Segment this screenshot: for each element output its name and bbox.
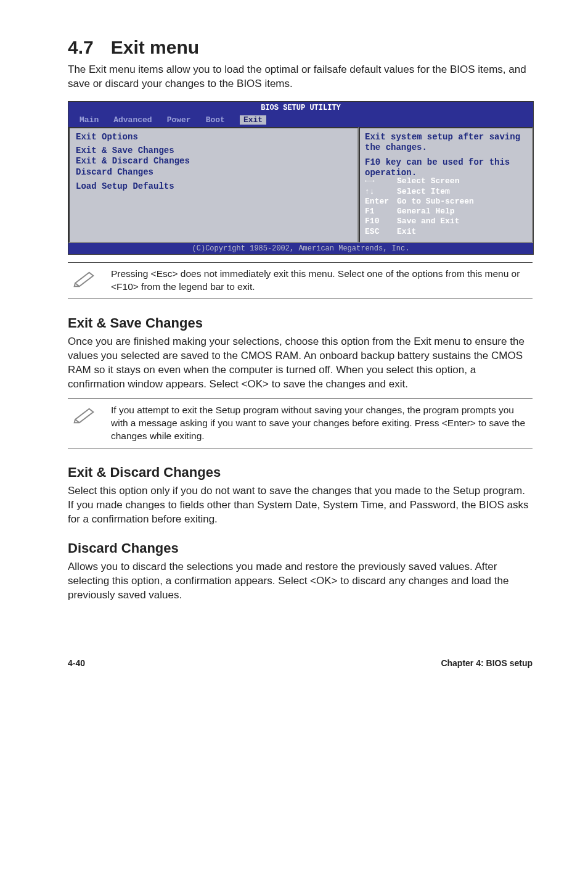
bios-right-pane: Exit system setup after saving the chang… xyxy=(359,127,533,243)
bios-tab-main: Main xyxy=(80,115,99,125)
bios-key-desc: Exit xyxy=(397,227,416,237)
bios-menubar: Main Advanced Power Boot Exit xyxy=(68,114,533,127)
bios-key: F1 xyxy=(365,207,397,217)
bios-option: Load Setup Defaults xyxy=(76,181,351,192)
section-heading: Exit menu xyxy=(111,37,199,57)
intro-paragraph: The Exit menu items allow you to load th… xyxy=(68,63,533,91)
body-exit-save: Once you are finished making your select… xyxy=(68,335,533,392)
bios-option: Exit & Discard Changes xyxy=(76,156,351,167)
bios-key: ESC xyxy=(365,227,397,237)
bios-key-desc: Select Item xyxy=(397,187,450,197)
bios-help-text: Exit system setup after saving the chang… xyxy=(365,132,527,154)
bios-key-desc: Go to Sub-screen xyxy=(397,197,474,207)
bios-option: Discard Changes xyxy=(76,167,351,178)
subheading-exit-save: Exit & Save Changes xyxy=(68,315,533,331)
section-number: 4.7 xyxy=(68,37,94,57)
page-title: 4.7Exit menu xyxy=(68,37,533,58)
note-text: If you attempt to exit the Setup program… xyxy=(111,404,530,443)
bios-key: ↑↓ xyxy=(365,187,397,197)
bios-tab-power: Power xyxy=(167,115,191,125)
bios-tab-advanced: Advanced xyxy=(113,115,152,125)
note-box: Pressing <Esc> does not immediately exit… xyxy=(68,262,533,299)
bios-key-desc: General Help xyxy=(397,207,455,217)
bios-screenshot: BIOS SETUP UTILITY Main Advanced Power B… xyxy=(68,101,534,255)
bios-key: F10 xyxy=(365,217,397,226)
bios-key: Enter xyxy=(365,197,397,207)
bios-key-desc: Select Screen xyxy=(397,176,459,186)
subheading-discard: Discard Changes xyxy=(68,540,533,556)
note-box: If you attempt to exit the Setup program… xyxy=(68,398,533,448)
bios-key: ←→ xyxy=(365,176,397,186)
bios-help-text: F10 key can be used for this operation. xyxy=(365,157,527,179)
bios-tab-exit: Exit xyxy=(240,115,266,125)
bios-option: Exit & Save Changes xyxy=(76,146,351,157)
bios-copyright: (C)Copyright 1985-2002, American Megatre… xyxy=(68,243,533,254)
bios-key-legend: ←→Select Screen ↑↓Select Item EnterGo to… xyxy=(365,176,527,237)
body-discard: Allows you to discard the selections you… xyxy=(68,560,533,603)
bios-left-pane: Exit Options Exit & Save Changes Exit & … xyxy=(68,127,359,243)
subheading-exit-discard: Exit & Discard Changes xyxy=(68,464,533,481)
note-pencil-icon xyxy=(70,268,100,287)
page-footer: 4-40 Chapter 4: BIOS setup xyxy=(68,658,533,668)
body-exit-discard: Select this option only if you do not wa… xyxy=(68,484,533,527)
bios-exit-options-heading: Exit Options xyxy=(76,132,351,142)
bios-key-desc: Save and Exit xyxy=(397,217,459,226)
note-pencil-icon xyxy=(70,404,100,424)
bios-tab-boot: Boot xyxy=(206,115,225,125)
note-text: Pressing <Esc> does not immediately exit… xyxy=(111,268,530,294)
chapter-label: Chapter 4: BIOS setup xyxy=(441,658,533,668)
bios-utility-title: BIOS SETUP UTILITY xyxy=(68,102,533,114)
page-number: 4-40 xyxy=(68,658,85,668)
